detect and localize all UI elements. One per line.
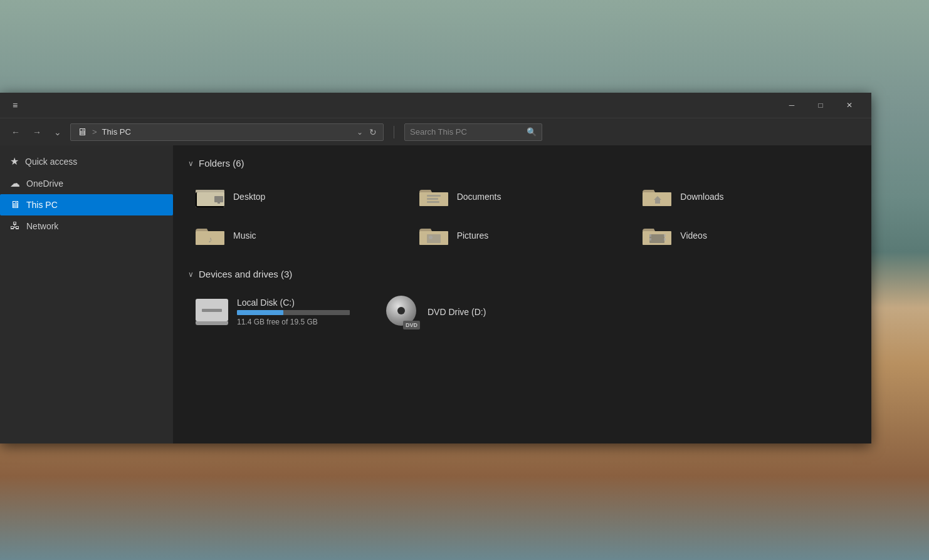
drive-usage-bar	[237, 310, 350, 315]
recent-locations-button[interactable]: ⌄	[50, 125, 65, 140]
devices-grid: Local Disk (C:) 11.4 GB free of 19.5 GB …	[188, 289, 856, 334]
svg-rect-5	[218, 202, 220, 204]
refresh-button[interactable]: ↻	[369, 127, 377, 137]
device-dvd-drive[interactable]: DVD DVD Drive (D:)	[379, 289, 554, 334]
sidebar-item-network[interactable]: 🖧 Network	[0, 215, 173, 237]
toolbar: ← → ⌄ 🖥 > This PC ⌄ ↻ Search This PC 🔍	[0, 118, 871, 145]
folders-section-label: Folders (6)	[199, 158, 244, 169]
svg-rect-18	[649, 234, 664, 243]
folder-music-icon: ♪	[196, 224, 226, 247]
folder-pictures-label: Pictures	[457, 231, 489, 241]
folder-pictures-icon	[419, 224, 449, 247]
folder-downloads-label: Downloads	[680, 192, 723, 202]
device-local-disk[interactable]: Local Disk (C:) 11.4 GB free of 19.5 GB	[188, 289, 364, 334]
sidebar: ★ Quick access ☁ OneDrive 🖥 This PC 🖧 Ne…	[0, 145, 173, 443]
svg-rect-9	[427, 201, 439, 203]
dvd-drive-name: DVD Drive (D:)	[428, 307, 486, 317]
svg-rect-7	[427, 195, 441, 197]
sidebar-item-onedrive[interactable]: ☁ OneDrive	[0, 172, 173, 194]
search-box[interactable]: Search This PC 🔍	[404, 123, 542, 141]
dvd-label-text: DVD	[403, 321, 420, 329]
drive-bar-fill	[237, 310, 283, 315]
monitor-icon: 🖥	[77, 127, 87, 138]
folders-chevron-icon: ∨	[188, 159, 194, 168]
folder-videos[interactable]: Videos	[635, 217, 856, 254]
folder-videos-icon	[643, 224, 673, 247]
folder-desktop[interactable]: Desktop	[188, 179, 409, 215]
search-placeholder: Search This PC	[410, 127, 467, 137]
svg-rect-15	[427, 234, 441, 243]
folders-section-header[interactable]: ∨ Folders (6)	[188, 158, 856, 169]
sidebar-label-onedrive: OneDrive	[26, 179, 63, 189]
minimize-button[interactable]: ─	[777, 93, 806, 118]
monitor-icon: 🖥	[10, 199, 20, 210]
hamburger-menu-icon[interactable]: ≡	[8, 98, 23, 113]
folder-music-label: Music	[233, 231, 256, 241]
search-icon[interactable]: 🔍	[527, 127, 537, 137]
cloud-icon: ☁	[10, 177, 20, 189]
back-button[interactable]: ←	[8, 125, 24, 140]
folders-grid: Desktop Documents	[188, 179, 856, 254]
svg-rect-19	[649, 234, 651, 237]
svg-rect-21	[664, 234, 666, 237]
file-explorer-window: ≡ ─ □ ✕ ← → ⌄ 🖥 > This PC ⌄ ↻ Search Thi…	[0, 93, 871, 443]
address-separator: >	[92, 127, 97, 137]
content-area: ∨ Folders (6)	[173, 145, 871, 443]
svg-rect-22	[664, 238, 666, 241]
close-button[interactable]: ✕	[835, 93, 864, 118]
folder-downloads-icon	[643, 185, 673, 209]
local-disk-name: Local Disk (C:)	[237, 298, 350, 308]
toolbar-divider	[394, 126, 394, 138]
dvd-icon: DVD	[386, 296, 419, 328]
address-bar[interactable]: 🖥 > This PC ⌄ ↻	[70, 123, 384, 141]
sidebar-item-this-pc[interactable]: 🖥 This PC	[0, 194, 173, 215]
folder-documents-label: Documents	[457, 192, 501, 202]
folder-desktop-label: Desktop	[233, 192, 265, 202]
folder-downloads[interactable]: Downloads	[635, 179, 856, 215]
svg-rect-20	[649, 238, 651, 241]
network-icon: 🖧	[10, 220, 20, 232]
sidebar-label-this-pc: This PC	[26, 200, 58, 210]
folder-videos-label: Videos	[680, 231, 707, 241]
address-dropdown-chevron[interactable]: ⌄	[357, 128, 363, 137]
devices-chevron-icon: ∨	[188, 270, 194, 279]
address-location: This PC	[102, 127, 131, 137]
title-bar: ≡ ─ □ ✕	[0, 93, 871, 118]
sidebar-label-network: Network	[26, 221, 58, 231]
sidebar-item-quick-access[interactable]: ★ Quick access	[0, 150, 173, 172]
folder-pictures[interactable]: Pictures	[412, 217, 633, 254]
folder-music[interactable]: ♪ Music	[188, 217, 409, 254]
devices-section-header[interactable]: ∨ Devices and drives (3)	[188, 269, 856, 279]
dvd-drive-info: DVD Drive (D:)	[428, 307, 486, 317]
local-disk-size: 11.4 GB free of 19.5 GB	[237, 318, 350, 326]
svg-point-16	[429, 236, 433, 239]
local-disk-info: Local Disk (C:) 11.4 GB free of 19.5 GB	[237, 298, 350, 326]
maximize-button[interactable]: □	[806, 93, 835, 118]
folder-desktop-icon	[196, 185, 226, 209]
main-layout: ★ Quick access ☁ OneDrive 🖥 This PC 🖧 Ne…	[0, 145, 871, 443]
star-icon: ★	[10, 155, 19, 167]
svg-rect-4	[214, 196, 223, 202]
folder-documents[interactable]: Documents	[412, 179, 633, 215]
hdd-icon	[196, 299, 228, 325]
window-controls: ─ □ ✕	[777, 93, 864, 118]
svg-text:♪: ♪	[208, 234, 213, 244]
folder-documents-icon	[419, 185, 449, 209]
sidebar-label-quick-access: Quick access	[25, 157, 77, 167]
svg-rect-8	[427, 198, 438, 200]
forward-button[interactable]: →	[29, 125, 45, 140]
devices-section-label: Devices and drives (3)	[199, 269, 292, 279]
